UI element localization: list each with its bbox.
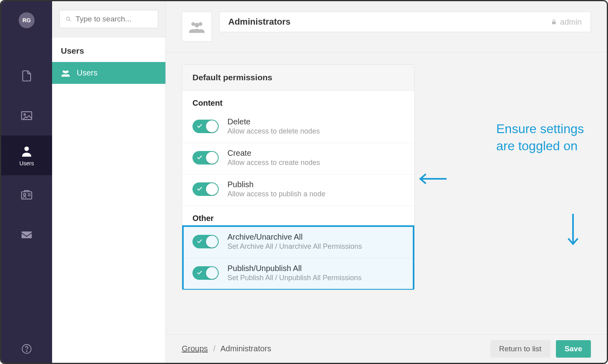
toggle-publish-all[interactable] (192, 266, 219, 280)
perm-desc: Set Archive All / Unarchive All Permissi… (227, 242, 362, 251)
mail-icon (20, 228, 33, 242)
list-header: Users (52, 37, 165, 62)
main-area: Administrators admin Default permissions… (166, 1, 607, 363)
nav-mail[interactable] (1, 215, 52, 255)
footer: Groups / Administrators Return to list S… (166, 334, 607, 363)
user-icon (20, 144, 33, 158)
perm-row-publish-all: Publish/Unpublish All Set Publish All / … (182, 258, 414, 290)
toggle-create[interactable] (192, 151, 219, 165)
check-icon (196, 154, 203, 161)
users-group-icon (61, 69, 70, 77)
perm-row-delete: Delete Allow access to delete nodes (182, 112, 414, 143)
annotation-arrow-left (419, 173, 447, 185)
svg-point-11 (191, 22, 195, 26)
perm-name: Publish/Unpublish All (227, 264, 361, 273)
check-icon (196, 238, 203, 244)
search-area (52, 1, 165, 37)
svg-point-4 (23, 194, 26, 196)
sidebar-item-users[interactable]: Users (52, 62, 165, 84)
svg-point-12 (199, 22, 202, 26)
toggle-archive[interactable] (192, 235, 219, 248)
perm-name: Create (227, 149, 320, 158)
check-icon (196, 186, 203, 192)
breadcrumb-sep: / (213, 344, 216, 353)
nav-users-label: Users (19, 160, 34, 167)
group-icon (188, 20, 205, 33)
page-title: Administrators (228, 17, 290, 27)
header-row: Administrators admin (166, 1, 607, 52)
perm-name: Publish (227, 180, 325, 189)
nav-rail: RG Users (1, 1, 52, 363)
group-icon-box (182, 12, 212, 42)
title-bar[interactable]: Administrators admin (219, 12, 591, 32)
avatar[interactable]: RG (19, 12, 35, 28)
section-other-title: Other (182, 206, 414, 227)
help-icon (21, 343, 33, 355)
search-box[interactable] (59, 10, 158, 28)
perm-desc: Allow access to delete nodes (227, 127, 320, 136)
return-button[interactable]: Return to list (490, 340, 550, 358)
perm-row-create: Create Allow access to create nodes (182, 143, 414, 174)
perm-name: Archive/Unarchive All (227, 232, 362, 242)
breadcrumb: Groups / Administrators (182, 344, 271, 353)
permissions-panel-title: Default permissions (182, 65, 414, 91)
perm-desc: Allow access to create nodes (227, 159, 320, 167)
perm-name: Delete (227, 117, 320, 126)
search-icon (65, 16, 72, 22)
svg-point-6 (26, 351, 27, 352)
svg-point-2 (24, 147, 29, 151)
list-panel: Users Users (52, 1, 166, 363)
breadcrumb-groups[interactable]: Groups (182, 344, 208, 353)
annotation-label: Ensure settings are toggled on (496, 122, 584, 153)
document-icon (20, 69, 33, 83)
search-input[interactable] (76, 15, 152, 23)
scroll-area: Default permissions Content Delete Allow… (166, 52, 607, 334)
sidebar-item-label: Users (77, 68, 97, 77)
svg-point-7 (66, 17, 70, 20)
toggle-publish[interactable] (192, 182, 219, 196)
nav-media[interactable] (1, 96, 52, 136)
permissions-panel: Default permissions Content Delete Allow… (182, 64, 415, 290)
toggle-delete[interactable] (192, 120, 219, 133)
lock-label: admin (560, 17, 582, 27)
nav-documents[interactable] (1, 56, 52, 96)
perm-desc: Allow access to publish a node (227, 190, 325, 198)
image-icon (20, 109, 33, 122)
perm-row-publish: Publish Allow access to publish a node (182, 174, 414, 206)
annotation-arrow-down (567, 214, 579, 246)
lock-icon (551, 18, 557, 25)
svg-rect-14 (552, 21, 556, 24)
perm-desc: Set Publish All / Unpublish All Permissi… (227, 274, 361, 282)
check-icon (196, 269, 203, 276)
annotation-text: Ensure settings are toggled on (496, 120, 596, 155)
svg-point-13 (194, 23, 199, 27)
perm-row-archive: Archive/Unarchive All Set Archive All / … (182, 227, 414, 258)
check-icon (196, 123, 203, 129)
nav-contacts[interactable] (1, 175, 52, 215)
nav-help[interactable] (1, 343, 52, 355)
section-content-title: Content (182, 91, 414, 112)
svg-point-10 (64, 71, 67, 74)
save-button[interactable]: Save (556, 340, 591, 358)
id-card-icon (20, 188, 33, 202)
svg-point-1 (24, 114, 25, 115)
nav-users[interactable]: Users (1, 136, 52, 175)
title-lock: admin (551, 17, 582, 27)
breadcrumb-current: Administrators (220, 344, 271, 353)
